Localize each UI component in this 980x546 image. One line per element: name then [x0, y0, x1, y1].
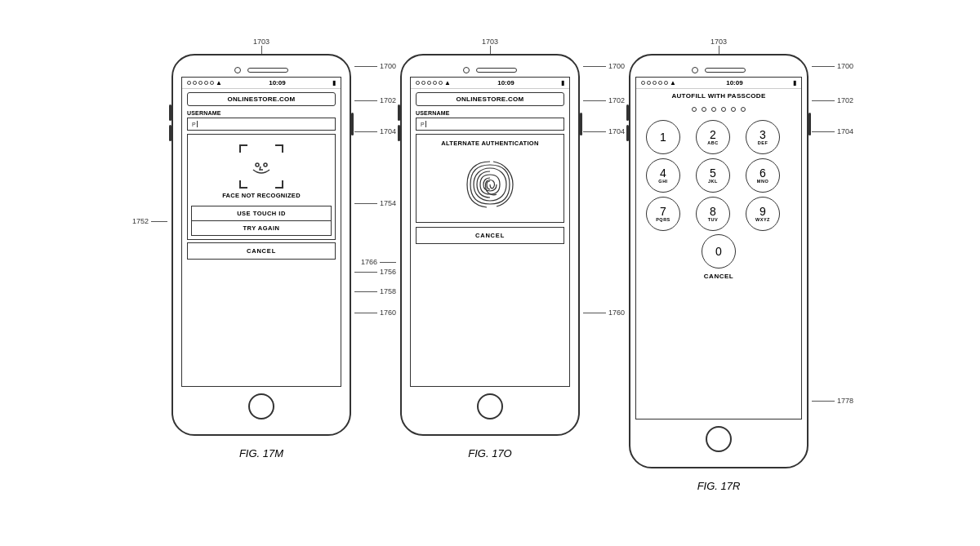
volume-up-button-17r[interactable] — [626, 104, 629, 121]
key-4[interactable]: 4 GHI — [646, 158, 680, 193]
key-9-sub: WXYZ — [755, 218, 770, 223]
annotation-1704-17o: 1704 — [583, 127, 625, 135]
signal-dot-4-17o — [433, 81, 437, 85]
passcode-dot-3 — [711, 107, 716, 112]
passcode-dot-5 — [731, 107, 736, 112]
face-icon-svg — [247, 152, 276, 181]
key-1[interactable]: 1 — [646, 120, 680, 154]
status-time-17r: 10:09 — [726, 79, 742, 87]
annotation-1778-17r: 1778 — [812, 397, 853, 405]
figure-label-17r: FIG. 17R — [697, 480, 741, 492]
speaker-bar — [247, 68, 288, 73]
key-8-sub: TUV — [708, 218, 719, 223]
bracket-tl — [239, 144, 247, 153]
power-button[interactable] — [351, 113, 354, 135]
key-3[interactable]: 3 DEF — [746, 120, 780, 154]
phone-17r: ▲ 10:09 ▮ AUTOFILL WITH PASSCODE — [629, 54, 808, 468]
screen-content-17m: ONLINESTORE.COM USERNAME P — [182, 89, 341, 263]
try-again-btn[interactable]: TRY AGAIN — [191, 221, 332, 236]
annotation-1702-17r: 1702 — [812, 96, 853, 104]
volume-down-button-17r[interactable] — [626, 125, 629, 141]
status-bar-17r: ▲ 10:09 ▮ — [636, 78, 801, 89]
face-id-modal-17m: FACE NOT RECOGNIZED USE TOUCH ID TRY AGA… — [187, 134, 336, 240]
passcode-cancel-btn[interactable]: CANCEL — [641, 273, 796, 280]
key-3-sub: DEF — [758, 141, 768, 146]
status-bar-17o: ▲ 10:09 ▮ — [411, 78, 569, 89]
svg-point-1 — [264, 163, 267, 166]
camera-dot-17o — [463, 67, 470, 73]
key-5[interactable]: 5 JKL — [696, 158, 730, 193]
username-input-17o[interactable]: P — [416, 118, 564, 131]
signal-dot-1-17r — [641, 81, 645, 85]
key-9[interactable]: 9 WXYZ — [746, 197, 780, 231]
camera-dot-17r — [692, 67, 698, 73]
key-4-sub: GHI — [658, 180, 667, 184]
phone-17o: ▲ 10:09 ▮ ONLINESTORE.COM USERNAME P — [400, 54, 580, 436]
home-button-17m[interactable] — [248, 393, 274, 419]
key-7[interactable]: 7 PQRS — [646, 197, 680, 231]
page-container: 1703 1700 1702 1704 1754 1756 — [155, 38, 825, 508]
figure-17r-group: 1703 1700 1702 1704 1778 — [629, 54, 808, 492]
figure-label-17o: FIG. 17O — [468, 447, 511, 459]
annotation-1758-17m: 1758 — [354, 287, 396, 295]
speaker-bar-17r — [705, 68, 746, 73]
key-4-num: 4 — [660, 167, 666, 179]
keypad-zero-row: 0 — [641, 234, 796, 269]
input-cursor-17m — [197, 121, 198, 127]
phone-screen-17o: ▲ 10:09 ▮ ONLINESTORE.COM USERNAME P — [410, 77, 570, 387]
key-8-num: 8 — [710, 206, 716, 217]
signal-dot-2 — [193, 81, 197, 85]
annotation-1760-17o: 1760 — [583, 309, 625, 317]
signal-dot-5-17r — [664, 81, 668, 85]
annotation-1704-17r: 1704 — [812, 127, 853, 135]
volume-up-button[interactable] — [169, 104, 172, 121]
input-cursor-17o — [425, 121, 426, 127]
wifi-icon-17o: ▲ — [444, 79, 451, 87]
battery-icon-17r: ▮ — [793, 79, 796, 87]
phone-17m: ▲ 10:09 ▮ ONLINESTORE.COM USERNAME P — [172, 54, 351, 436]
home-button-17r[interactable] — [706, 426, 732, 452]
cancel-btn-17o[interactable]: CANCEL — [416, 227, 564, 244]
volume-up-button-17o[interactable] — [398, 104, 400, 121]
phone-top-bar-17o — [410, 67, 570, 73]
passcode-dot-6 — [741, 107, 746, 112]
annotation-1702-17o: 1702 — [583, 96, 625, 104]
url-bar-17m[interactable]: ONLINESTORE.COM — [187, 92, 336, 106]
keypad-grid: 1 2 ABC 3 DEF — [641, 120, 796, 231]
bracket-br — [275, 180, 283, 189]
speaker-bar-17o — [476, 68, 517, 73]
face-not-recognized-text: FACE NOT RECOGNIZED — [222, 192, 301, 199]
fingerprint-svg — [457, 152, 523, 217]
username-label-17m: USERNAME — [187, 110, 336, 116]
annotation-1702-17m: 1702 — [354, 96, 396, 104]
key-3-num: 3 — [760, 129, 766, 140]
username-input-17m[interactable]: P — [187, 118, 336, 131]
home-button-17o[interactable] — [477, 393, 503, 419]
use-touch-id-btn[interactable]: USE TOUCH ID — [191, 206, 332, 221]
power-button-17o[interactable] — [580, 113, 582, 135]
key-8[interactable]: 8 TUV — [696, 197, 730, 231]
status-time-17m: 10:09 — [269, 79, 285, 87]
power-button-17r[interactable] — [808, 113, 811, 135]
cancel-btn-17m[interactable]: CANCEL — [187, 242, 336, 260]
key-5-num: 5 — [710, 167, 716, 179]
key-2-sub: ABC — [707, 141, 718, 146]
annotation-1703-17o: 1703 — [482, 38, 498, 54]
key-6[interactable]: 6 MNO — [746, 158, 780, 193]
annotation-1752-17m: 1752 — [132, 217, 167, 225]
signal-dot-1 — [187, 81, 191, 85]
key-7-num: 7 — [660, 206, 666, 217]
volume-down-button-17o[interactable] — [398, 125, 400, 141]
volume-down-button[interactable] — [169, 125, 172, 141]
svg-point-0 — [256, 163, 259, 166]
camera-dot — [234, 67, 241, 73]
key-7-sub: PQRS — [656, 218, 670, 223]
autofill-title: AUTOFILL WITH PASSCODE — [641, 92, 796, 100]
annotation-1760-17m: 1760 — [354, 309, 396, 317]
signal-dot-2-17o — [421, 81, 425, 85]
key-0[interactable]: 0 — [702, 234, 736, 269]
alt-auth-title: ALTERNATE AUTHENTICATION — [441, 140, 538, 147]
phone-17m-wrapper: 1703 1700 1702 1704 1754 1756 — [172, 54, 351, 436]
url-bar-17o[interactable]: ONLINESTORE.COM — [416, 92, 564, 106]
key-2[interactable]: 2 ABC — [696, 120, 730, 154]
